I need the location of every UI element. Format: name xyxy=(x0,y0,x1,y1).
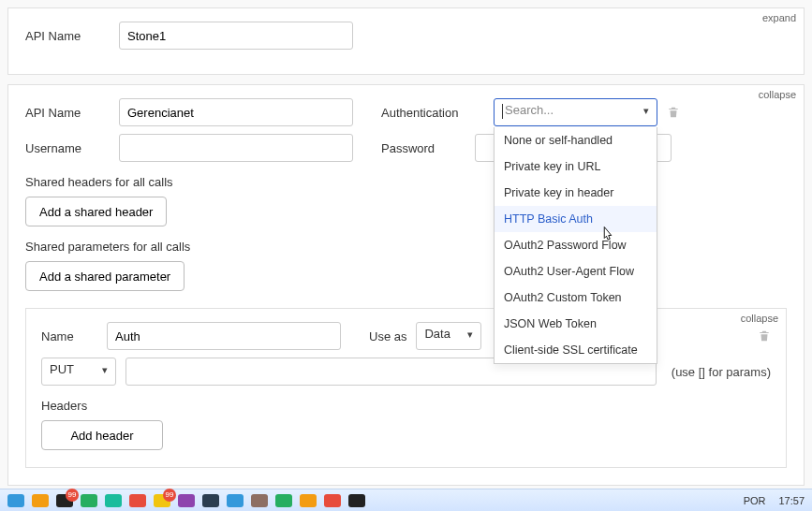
api-panel-gerencianet: collapse API Name Authentication Search.… xyxy=(7,84,805,486)
taskbar-language[interactable]: POR xyxy=(744,495,766,506)
authentication-option[interactable]: None or self-handled xyxy=(495,127,657,153)
add-shared-parameter-button[interactable]: Add a shared parameter xyxy=(25,261,185,291)
authentication-option[interactable]: Private key in URL xyxy=(495,153,657,180)
collapse-link[interactable]: collapse xyxy=(741,313,778,324)
taskbar-app-icon[interactable] xyxy=(178,494,195,507)
http-method-select[interactable]: PUT xyxy=(41,358,116,386)
url-hint: (use [] for params) xyxy=(672,365,771,379)
api-call-panel: collapse Name Use as Data Data type JSON… xyxy=(25,308,787,468)
authentication-option[interactable]: HTTP Basic Auth xyxy=(495,206,657,232)
api-name-label: API Name xyxy=(25,29,110,43)
trash-icon[interactable] xyxy=(758,328,771,343)
trash-icon[interactable] xyxy=(667,105,680,120)
call-name-input[interactable] xyxy=(107,322,341,350)
taskbar-app-icon[interactable] xyxy=(56,494,73,507)
authentication-placeholder: Search... xyxy=(505,103,554,117)
use-as-label: Use as xyxy=(369,329,406,343)
taskbar-app-icon[interactable] xyxy=(324,494,341,507)
taskbar-app-icon[interactable] xyxy=(105,494,122,507)
taskbar-app-icon[interactable] xyxy=(81,494,97,507)
password-label: Password xyxy=(381,141,465,155)
expand-link[interactable]: expand xyxy=(762,12,796,23)
taskbar-app-icon[interactable] xyxy=(275,494,292,507)
authentication-option[interactable]: OAuth2 Password Flow xyxy=(495,232,657,258)
use-as-select[interactable]: Data xyxy=(416,322,481,350)
taskbar-app-icon[interactable] xyxy=(129,494,146,507)
taskbar-app-icon[interactable] xyxy=(227,494,244,507)
authentication-option[interactable]: OAuth2 User-Agent Flow xyxy=(495,258,657,285)
username-label: Username xyxy=(25,141,110,155)
api-name-label: API Name xyxy=(25,106,110,120)
add-shared-header-button[interactable]: Add a shared header xyxy=(25,197,167,226)
taskbar-app-icon[interactable] xyxy=(154,494,170,507)
taskbar: POR 17:57 xyxy=(0,489,812,511)
add-header-button[interactable]: Add header xyxy=(41,420,163,450)
authentication-select[interactable]: Search... xyxy=(494,98,657,126)
authentication-option[interactable]: Client-side SSL certificate xyxy=(495,337,657,363)
authentication-option[interactable]: JSON Web Token xyxy=(495,311,657,337)
authentication-label: Authentication xyxy=(381,106,484,120)
taskbar-app-icon[interactable] xyxy=(348,494,365,507)
call-name-label: Name xyxy=(41,329,97,343)
taskbar-app-icon[interactable] xyxy=(32,494,49,507)
api-panel-stone1: expand API Name xyxy=(7,7,805,75)
taskbar-app-icon[interactable] xyxy=(7,494,24,507)
taskbar-clock: 17:57 xyxy=(778,495,805,506)
authentication-dropdown: None or self-handledPrivate key in URLPr… xyxy=(494,127,657,364)
collapse-link[interactable]: collapse xyxy=(759,89,796,100)
api-name-input[interactable] xyxy=(119,98,353,126)
taskbar-app-icon[interactable] xyxy=(251,494,268,507)
authentication-option[interactable]: Private key in header xyxy=(495,180,657,206)
shared-headers-title: Shared headers for all calls xyxy=(25,175,787,189)
username-input[interactable] xyxy=(119,134,353,162)
taskbar-app-icon[interactable] xyxy=(300,494,317,507)
authentication-option[interactable]: OAuth2 Custom Token xyxy=(495,285,657,311)
shared-parameters-title: Shared parameters for all calls xyxy=(25,240,787,254)
taskbar-app-icon[interactable] xyxy=(202,494,219,507)
api-name-input[interactable] xyxy=(119,22,353,50)
headers-title: Headers xyxy=(41,399,771,413)
